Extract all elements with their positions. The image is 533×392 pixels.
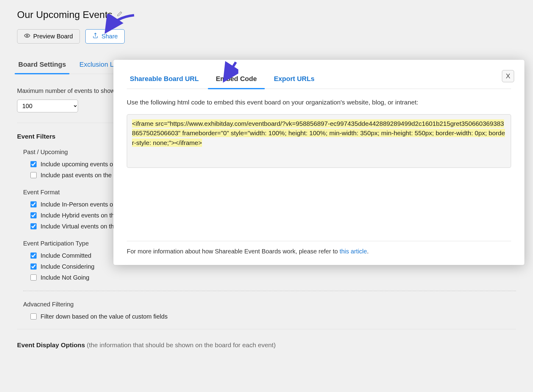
- chk-committed-label: Include Committed: [41, 251, 91, 260]
- preview-board-label: Preview Board: [33, 33, 73, 40]
- chk-virtual[interactable]: [30, 223, 37, 229]
- display-options-title: Event Display Options: [17, 341, 85, 348]
- modal-description: Use the following html code to embed thi…: [127, 97, 511, 108]
- eye-icon: [24, 33, 30, 40]
- divider-2: [17, 329, 516, 329]
- modal-tabs: Shareable Board URL Embed Code Export UR…: [127, 70, 511, 89]
- chk-hybrid[interactable]: [30, 212, 37, 218]
- edit-title-icon[interactable]: [117, 10, 123, 19]
- chk-filter-custom-label: Filter down based on the value of custom…: [41, 312, 168, 321]
- share-icon: [92, 33, 98, 40]
- close-button[interactable]: X: [502, 70, 514, 82]
- mtab-shareable-url[interactable]: Shareable Board URL: [127, 70, 202, 89]
- modal-footer-link[interactable]: this article: [339, 248, 367, 255]
- display-options-hint: (the information that should be shown on…: [87, 341, 276, 348]
- page-title: Our Upcoming Events: [17, 7, 112, 22]
- chk-considering-label: Include Considering: [41, 262, 94, 271]
- svg-point-0: [27, 35, 28, 37]
- share-button[interactable]: Share: [85, 29, 125, 44]
- modal-footer-suffix: .: [367, 248, 369, 255]
- mtab-export-urls[interactable]: Export URLs: [271, 70, 318, 89]
- chk-inperson[interactable]: [30, 201, 37, 207]
- max-events-select[interactable]: 100: [17, 100, 78, 112]
- chk-upcoming[interactable]: [30, 161, 37, 167]
- embed-code-text: <iframe src="https://www.exhibitday.com/…: [132, 119, 505, 147]
- modal-footer: For more information about how Shareable…: [127, 241, 511, 256]
- preview-board-button[interactable]: Preview Board: [17, 29, 80, 44]
- chk-past[interactable]: [30, 172, 37, 178]
- dotted-divider: [23, 291, 516, 291]
- share-dialog: X Shareable Board URL Embed Code Export …: [113, 60, 524, 265]
- chk-considering[interactable]: [30, 263, 37, 270]
- embed-code-box[interactable]: <iframe src="https://www.exhibitday.com/…: [127, 114, 511, 168]
- share-label: Share: [101, 33, 118, 40]
- chk-filter-custom[interactable]: [30, 313, 37, 320]
- mtab-embed-code[interactable]: Embed Code: [213, 70, 260, 89]
- group-advanced-title: Advacned Filtering: [23, 300, 516, 309]
- chk-committed[interactable]: [30, 253, 37, 259]
- tab-board-settings[interactable]: Board Settings: [17, 57, 67, 74]
- event-display-options: Event Display Options (the information t…: [17, 340, 516, 350]
- chk-notgoing-label: Include Not Going: [41, 273, 89, 282]
- chk-notgoing[interactable]: [30, 274, 37, 281]
- modal-footer-text: For more information about how Shareable…: [127, 248, 339, 255]
